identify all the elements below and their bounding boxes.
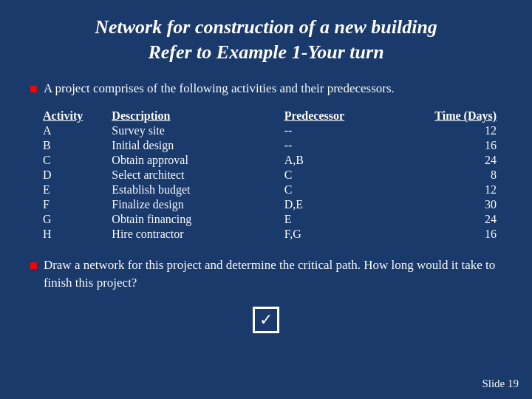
cell-activity: G (37, 212, 106, 227)
cell-time: 8 (416, 168, 502, 183)
slide-container: Network for construction of a new buildi… (0, 0, 532, 399)
cell-predecessor: E (279, 212, 417, 227)
cell-description: Obtain approval (106, 153, 278, 168)
table-header-row: Activity Description Predecessor Time (D… (37, 109, 502, 123)
cell-activity: D (37, 168, 106, 183)
activities-table: Activity Description Predecessor Time (D… (37, 109, 502, 242)
table-row: CObtain approvalA,B24 (37, 153, 502, 168)
slide-title: Network for construction of a new buildi… (30, 15, 502, 65)
header-activity: Activity (37, 109, 106, 123)
bullet-1-text: A project comprises of the following act… (44, 80, 395, 98)
checkmark-symbol[interactable]: ✓ (253, 307, 279, 333)
cell-activity: F (37, 197, 106, 212)
table-row: GObtain financingE24 (37, 212, 502, 227)
cell-description: Initial design (106, 138, 278, 153)
cell-time: 16 (416, 227, 502, 242)
cell-time: 16 (416, 138, 502, 153)
cell-predecessor: F,G (279, 227, 417, 242)
cell-description: Finalize design (106, 197, 278, 212)
cell-predecessor: D,E (279, 197, 417, 212)
cell-time: 24 (416, 153, 502, 168)
bullet-2-icon: ■ (30, 258, 38, 273)
title-section: Network for construction of a new buildi… (30, 15, 502, 65)
table-row: EEstablish budgetC12 (37, 183, 502, 197)
cell-predecessor: -- (279, 138, 417, 153)
cell-activity: C (37, 153, 106, 168)
table-row: DSelect architectC8 (37, 168, 502, 183)
table-row: ASurvey site--12 (37, 123, 502, 138)
bullet-1-icon: ■ (30, 81, 38, 97)
header-time: Time (Days) (416, 109, 502, 123)
cell-predecessor: C (279, 168, 417, 183)
table-row: HHire contractorF,G16 (37, 227, 502, 242)
bullet-2-section: ■ Draw a network for this project and de… (30, 256, 502, 292)
cell-description: Establish budget (106, 183, 278, 197)
cell-time: 12 (416, 183, 502, 197)
title-line2: Refer to Example 1-Your turn (148, 41, 383, 63)
cell-time: 24 (416, 212, 502, 227)
cell-description: Survey site (106, 123, 278, 138)
title-line1: Network for construction of a new buildi… (95, 16, 437, 38)
table-row: BInitial design--16 (37, 138, 502, 153)
cell-predecessor: C (279, 183, 417, 197)
cell-time: 30 (416, 197, 502, 212)
activities-table-section: Activity Description Predecessor Time (D… (37, 109, 502, 242)
header-description: Description (106, 109, 278, 123)
bullet-2-text: Draw a network for this project and dete… (44, 256, 502, 292)
slide-number: Slide 19 (482, 378, 519, 390)
header-predecessor: Predecessor (279, 109, 417, 123)
cell-time: 12 (416, 123, 502, 138)
bullet-1-section: ■ A project comprises of the following a… (30, 80, 502, 98)
table-row: FFinalize designD,E30 (37, 197, 502, 212)
cell-description: Obtain financing (106, 212, 278, 227)
cell-activity: E (37, 183, 106, 197)
cell-predecessor: -- (279, 123, 417, 138)
cell-activity: H (37, 227, 106, 242)
cell-predecessor: A,B (279, 153, 417, 168)
cell-activity: B (37, 138, 106, 153)
cell-description: Select architect (106, 168, 278, 183)
cell-description: Hire contractor (106, 227, 278, 242)
cell-activity: A (37, 123, 106, 138)
checkbox-area: ✓ (30, 307, 502, 333)
